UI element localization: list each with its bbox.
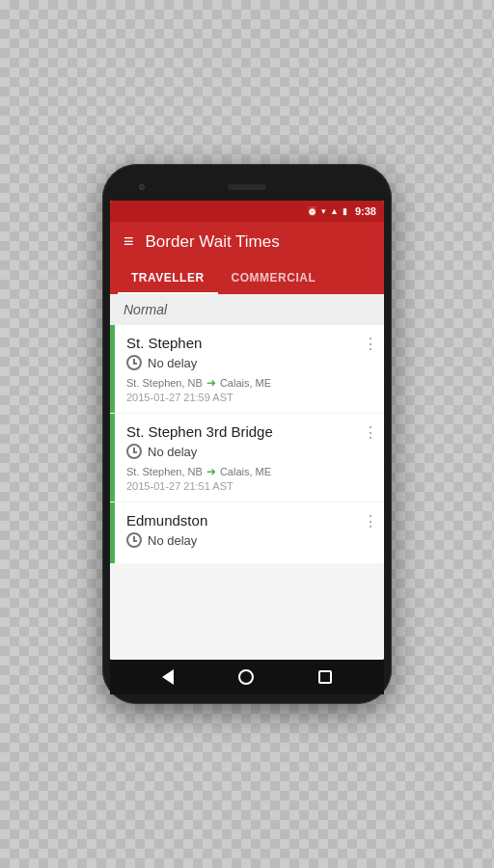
- signal-icon: ▲: [330, 206, 339, 216]
- delay-text: No delay: [148, 533, 197, 548]
- phone-top-bar: [110, 174, 384, 201]
- menu-icon[interactable]: ≡: [124, 231, 134, 252]
- item-delay-row: No delay: [126, 355, 345, 370]
- item-delay-row: No delay: [126, 532, 345, 548]
- status-bar: ⏰ ▾ ▲ ▮ 9:38: [110, 201, 384, 222]
- list-item: Edmundston No delay ⋮: [110, 502, 384, 563]
- item-menu-button[interactable]: ⋮: [357, 502, 384, 563]
- delay-icon: [126, 355, 142, 370]
- status-icons: ⏰ ▾ ▲ ▮ 9:38: [307, 205, 376, 217]
- phone-camera: [139, 184, 145, 190]
- delay-icon: [126, 444, 142, 459]
- app-bar: ≡ Border Wait Times: [110, 222, 384, 261]
- tab-bar: TRAVELLER COMMERCIAL: [110, 261, 384, 294]
- battery-icon: ▮: [343, 206, 347, 216]
- phone-frame: ⏰ ▾ ▲ ▮ 9:38 ≡ Border Wait Times TRAVELL…: [102, 164, 392, 704]
- to-city: Calais, ME: [220, 377, 271, 389]
- alarm-icon: ⏰: [307, 206, 317, 216]
- wifi-icon: ▾: [321, 206, 326, 216]
- phone-screen: ⏰ ▾ ▲ ▮ 9:38 ≡ Border Wait Times TRAVELL…: [110, 201, 384, 660]
- back-button[interactable]: [162, 669, 174, 685]
- item-title: St. Stephen 3rd Bridge: [126, 423, 345, 440]
- arrow-icon: ➜: [206, 465, 216, 478]
- item-timestamp: 2015-01-27 21:51 AST: [126, 480, 345, 492]
- status-time: 9:38: [355, 205, 376, 217]
- list-item: St. Stephen No delay St. Stephen, NB ➜ C…: [110, 325, 384, 413]
- from-city: St. Stephen, NB: [126, 377, 203, 389]
- item-route: St. Stephen, NB ➜ Calais, ME: [126, 376, 345, 390]
- item-content: Edmundston No delay: [115, 502, 357, 563]
- item-timestamp: 2015-01-27 21:59 AST: [126, 392, 345, 403]
- delay-icon: [126, 532, 142, 548]
- phone-speaker: [228, 184, 266, 190]
- app-title: Border Wait Times: [146, 232, 280, 252]
- list-container: St. Stephen No delay St. Stephen, NB ➜ C…: [110, 325, 384, 660]
- delay-text: No delay: [148, 445, 197, 459]
- item-content: St. Stephen No delay St. Stephen, NB ➜ C…: [115, 325, 357, 413]
- phone-bottom-bar: [110, 660, 384, 694]
- item-content: St. Stephen 3rd Bridge No delay St. Step…: [115, 414, 357, 502]
- recents-button[interactable]: [318, 670, 332, 684]
- from-city: St. Stephen, NB: [126, 466, 203, 477]
- item-route: St. Stephen, NB ➜ Calais, ME: [126, 465, 345, 478]
- delay-text: No delay: [148, 356, 197, 370]
- item-title: St. Stephen: [126, 335, 345, 351]
- list-item: St. Stephen 3rd Bridge No delay St. Step…: [110, 414, 384, 502]
- item-delay-row: No delay: [126, 444, 345, 459]
- tab-commercial[interactable]: COMMERCIAL: [218, 261, 330, 294]
- item-menu-button[interactable]: ⋮: [357, 325, 384, 413]
- tab-traveller[interactable]: TRAVELLER: [118, 261, 218, 294]
- arrow-icon: ➜: [206, 376, 216, 390]
- section-header: Normal: [110, 294, 384, 325]
- item-title: Edmundston: [126, 512, 345, 529]
- to-city: Calais, ME: [220, 466, 271, 477]
- home-button[interactable]: [238, 669, 254, 685]
- item-menu-button[interactable]: ⋮: [357, 414, 384, 502]
